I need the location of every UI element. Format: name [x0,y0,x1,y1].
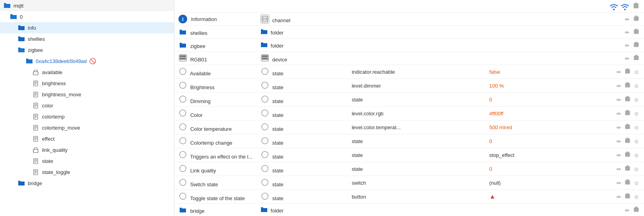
tree-item-available[interactable]: available [0,67,174,78]
row-actions-colortemp-change: ✏ ⚙ [565,134,644,148]
tree-item-0[interactable]: 0 [0,11,174,22]
folder-open-icon [3,2,11,10]
svg-rect-119 [634,208,639,212]
folder-icon-info [17,24,25,32]
tree-item-state-toggle[interactable]: state_toggle [0,166,174,178]
tree-item-info[interactable]: info [0,22,174,33]
gear-button-toggle-state[interactable]: ⚙ [633,193,640,201]
edit-button-zigbee[interactable]: ✏ [624,42,631,50]
row-value-link-quality: 0 [485,162,565,176]
tree-item-colortemp[interactable]: colortemp [0,111,174,122]
svg-point-94 [180,138,186,144]
row-value-dimming: 0 [485,93,565,107]
gear-button-link-quality[interactable]: ⚙ [633,166,640,173]
tree-item-brightness-move[interactable]: brightness_move [0,89,174,100]
type-label-colortemp: state [272,126,284,132]
svg-rect-103 [625,153,630,153]
svg-point-75 [262,82,268,88]
tree-item-shellies[interactable]: shellies [0,33,174,44]
delete-button-colortemp[interactable] [624,123,631,132]
tree-item-device-addr[interactable]: 0xa4c138deeb5b49ad 🚫 [0,55,174,67]
state-type-icon-effect [261,150,269,159]
tree-label-effect: effect [42,136,55,142]
edit-button-link-quality[interactable]: ✏ [615,165,623,173]
state-circle-icon-colortemp-change [178,136,187,145]
svg-point-104 [180,165,186,172]
delete-top-button[interactable] [632,2,640,11]
delete-button-switch-state[interactable] [624,178,631,187]
row-name-brightness: Brightness [174,79,257,93]
edit-button-rgb01[interactable]: ✏ [624,55,631,63]
svg-point-110 [262,179,268,185]
delete-button-bridge[interactable] [632,206,640,214]
gear-button-color[interactable]: ⚙ [633,110,640,118]
delete-button-dimming[interactable] [624,95,631,104]
state-circle-icon-link-quality [178,164,187,173]
tree-item-state[interactable]: state [0,155,174,166]
delete-button-brightness[interactable] [624,81,631,90]
edit-button-available[interactable]: ✏ [615,68,623,76]
row-label-switch-state: Switch state [190,182,218,187]
delete-button-information[interactable] [632,15,640,23]
delete-button-available[interactable] [624,67,631,76]
edit-button-effect[interactable]: ✏ [615,151,623,159]
edit-button-switch-state[interactable]: ✏ [615,179,623,187]
edit-button-colortemp[interactable]: ✏ [615,124,623,132]
delete-button-colortemp-change[interactable] [624,137,631,145]
edit-button-toggle-state[interactable]: ✏ [615,193,623,201]
svg-point-84 [180,110,186,116]
edit-button-brightness[interactable]: ✏ [615,82,623,90]
tree-item-brightness[interactable]: brightness [0,78,174,89]
table-row-link-quality: Link quality state state 0 [174,162,644,176]
svg-point-90 [262,124,268,130]
file-icon-state-toggle [32,168,40,176]
edit-button-shellies[interactable]: ✏ [624,29,631,36]
delete-button-link-quality[interactable] [624,164,631,173]
row-type-effect: state [257,148,348,162]
delete-button-zigbee[interactable] [632,41,640,50]
row-name-switch-state: Switch state [174,176,257,190]
delete-button-color[interactable] [624,109,631,118]
file-icon-colortemp [32,113,40,120]
gear-button-colortemp-change[interactable]: ⚙ [633,138,640,145]
delete-button-shellies[interactable] [632,28,640,36]
delete-button-toggle-state[interactable] [624,192,631,201]
edit-button-information[interactable]: ✏ [624,15,631,23]
tree-item-color[interactable]: color [0,100,174,111]
gear-button-switch-state[interactable]: ⚙ [633,180,640,187]
role-label-link-quality: state [352,166,363,172]
tree-item-colortemp-move[interactable]: colortemp_move [0,122,174,133]
gear-button-brightness[interactable]: ⚙ [633,82,640,90]
svg-rect-98 [625,139,630,140]
edit-button-colortemp-change[interactable]: ✏ [615,138,623,145]
edit-button-color[interactable]: ✏ [615,110,623,118]
table-row-brightness: Brightness state level.dimmer 100 % [174,79,644,93]
gear-button-effect[interactable]: ⚙ [633,152,640,159]
tree-item-effect[interactable]: effect [0,133,174,144]
row-name-available: Available [174,65,257,79]
type-label-brightness: state [272,84,284,90]
tree-item-link-quality[interactable]: link_quality [0,144,174,155]
delete-button-rgb01[interactable] [632,54,640,63]
row-name-effect: Triggers an effect on the l... [174,148,257,162]
tree-item-zigbee[interactable]: zigbee [0,44,174,55]
row-actions-brightness: ✏ ⚙ [565,79,644,93]
state-type-icon-available [261,67,269,76]
delete-button-effect[interactable] [624,151,631,159]
value-link-quality: 0 [489,166,492,172]
gear-button-colortemp[interactable]: ⚙ [633,124,640,132]
row-role-switch-state: switch [348,176,485,190]
gear-button-available[interactable]: ⚙ [633,69,640,76]
tree-item-mqtt[interactable]: mqtt [0,0,174,11]
edit-button-bridge[interactable]: ✏ [624,206,631,214]
role-label-effect: state [352,152,363,158]
gear-button-dimming[interactable]: ⚙ [633,96,640,104]
edit-button-dimming[interactable]: ✏ [615,96,623,104]
wifi-icon-2 [620,2,630,10]
left-panel: mqtt 0 info [0,0,174,216]
value-colortemp: 500 mired [489,124,512,130]
svg-rect-121 [634,208,639,208]
row-type-colortemp-change: state [257,134,348,148]
svg-rect-0 [33,72,38,75]
tree-item-bridge[interactable]: bridge [0,178,174,189]
